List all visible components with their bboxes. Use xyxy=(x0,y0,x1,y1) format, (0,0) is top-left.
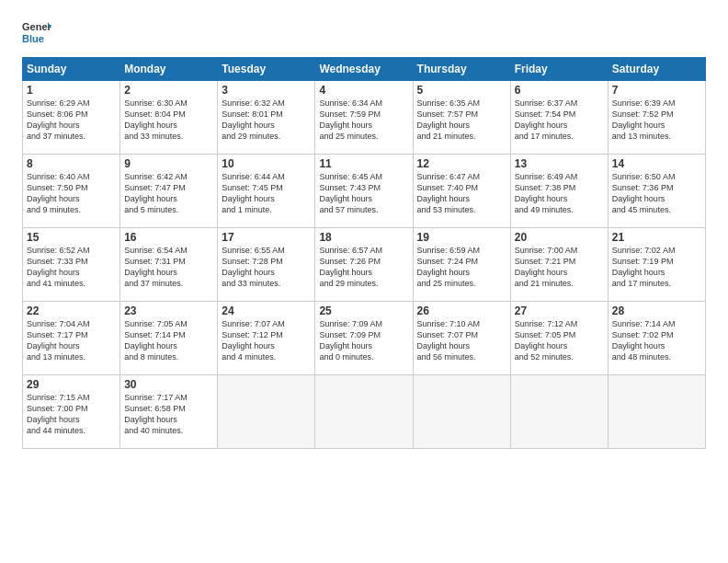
cell-info: Sunrise: 7:15 AMSunset: 7:00 PMDaylight … xyxy=(27,393,90,435)
day-number: 3 xyxy=(222,84,311,97)
cell-info: Sunrise: 6:29 AMSunset: 8:06 PMDaylight … xyxy=(27,98,90,141)
cell-info: Sunrise: 7:04 AMSunset: 7:17 PMDaylight … xyxy=(27,319,90,362)
day-number: 9 xyxy=(124,157,213,170)
day-number: 24 xyxy=(222,304,311,317)
day-number: 18 xyxy=(319,231,408,244)
col-header-sunday: Sunday xyxy=(23,58,120,81)
day-number: 10 xyxy=(222,157,311,170)
day-number: 7 xyxy=(612,84,701,97)
day-number: 20 xyxy=(515,231,604,244)
cell-info: Sunrise: 6:54 AMSunset: 7:31 PMDaylight … xyxy=(124,246,188,288)
day-number: 19 xyxy=(417,231,506,244)
day-number: 17 xyxy=(222,231,311,244)
calendar-cell: 11 Sunrise: 6:45 AMSunset: 7:43 PMDaylig… xyxy=(315,155,413,228)
cell-info: Sunrise: 7:12 AMSunset: 7:05 PMDaylight … xyxy=(515,319,578,362)
cell-info: Sunrise: 6:44 AMSunset: 7:45 PMDaylight … xyxy=(222,172,285,214)
day-number: 1 xyxy=(27,84,116,97)
cell-info: Sunrise: 6:32 AMSunset: 8:01 PMDaylight … xyxy=(222,98,285,141)
calendar-cell xyxy=(218,375,315,449)
cell-info: Sunrise: 6:55 AMSunset: 7:28 PMDaylight … xyxy=(222,246,285,288)
day-number: 13 xyxy=(515,157,604,170)
cell-info: Sunrise: 6:39 AMSunset: 7:52 PMDaylight … xyxy=(612,98,676,141)
cell-info: Sunrise: 7:05 AMSunset: 7:14 PMDaylight … xyxy=(124,319,188,362)
day-number: 25 xyxy=(319,304,408,317)
calendar-cell: 4 Sunrise: 6:34 AMSunset: 7:59 PMDayligh… xyxy=(315,81,413,155)
day-number: 11 xyxy=(319,157,408,170)
calendar-cell: 20 Sunrise: 7:00 AMSunset: 7:21 PMDaylig… xyxy=(510,228,608,302)
cell-info: Sunrise: 7:17 AMSunset: 6:58 PMDaylight … xyxy=(124,393,188,435)
day-number: 23 xyxy=(124,304,213,317)
calendar-cell: 9 Sunrise: 6:42 AMSunset: 7:47 PMDayligh… xyxy=(120,155,218,228)
cell-info: Sunrise: 7:07 AMSunset: 7:12 PMDaylight … xyxy=(222,319,285,362)
cell-info: Sunrise: 7:00 AMSunset: 7:21 PMDaylight … xyxy=(515,246,578,288)
calendar-cell: 7 Sunrise: 6:39 AMSunset: 7:52 PMDayligh… xyxy=(608,81,705,155)
calendar-cell: 13 Sunrise: 6:49 AMSunset: 7:38 PMDaylig… xyxy=(510,155,608,228)
day-number: 16 xyxy=(124,231,213,244)
calendar-cell: 18 Sunrise: 6:57 AMSunset: 7:26 PMDaylig… xyxy=(315,228,413,302)
calendar-cell: 19 Sunrise: 6:59 AMSunset: 7:24 PMDaylig… xyxy=(413,228,510,302)
calendar-cell: 17 Sunrise: 6:55 AMSunset: 7:28 PMDaylig… xyxy=(218,228,315,302)
header-row: SundayMondayTuesdayWednesdayThursdayFrid… xyxy=(23,58,706,81)
calendar-cell: 23 Sunrise: 7:05 AMSunset: 7:14 PMDaylig… xyxy=(120,302,218,375)
cell-info: Sunrise: 6:57 AMSunset: 7:26 PMDaylight … xyxy=(319,246,382,288)
cell-info: Sunrise: 6:59 AMSunset: 7:24 PMDaylight … xyxy=(417,246,481,288)
day-number: 14 xyxy=(612,157,701,170)
day-number: 4 xyxy=(319,84,408,97)
calendar-cell xyxy=(315,375,413,449)
cell-info: Sunrise: 6:49 AMSunset: 7:38 PMDaylight … xyxy=(515,172,578,214)
calendar-cell xyxy=(608,375,705,449)
calendar-cell: 10 Sunrise: 6:44 AMSunset: 7:45 PMDaylig… xyxy=(218,155,315,228)
week-row-4: 22 Sunrise: 7:04 AMSunset: 7:17 PMDaylig… xyxy=(23,302,706,375)
calendar-cell: 3 Sunrise: 6:32 AMSunset: 8:01 PMDayligh… xyxy=(218,81,315,155)
cell-info: Sunrise: 6:35 AMSunset: 7:57 PMDaylight … xyxy=(417,98,481,141)
calendar-cell xyxy=(510,375,608,449)
day-number: 22 xyxy=(27,304,116,317)
calendar-cell: 22 Sunrise: 7:04 AMSunset: 7:17 PMDaylig… xyxy=(23,302,120,375)
day-number: 6 xyxy=(515,84,604,97)
svg-text:General: General xyxy=(22,21,51,32)
logo-svg: General Blue xyxy=(22,18,51,48)
day-number: 29 xyxy=(27,378,116,391)
col-header-wednesday: Wednesday xyxy=(315,58,413,81)
col-header-saturday: Saturday xyxy=(608,58,705,81)
day-number: 8 xyxy=(27,157,116,170)
svg-text:Blue: Blue xyxy=(22,33,44,44)
calendar-cell: 14 Sunrise: 6:50 AMSunset: 7:36 PMDaylig… xyxy=(608,155,705,228)
calendar-cell: 8 Sunrise: 6:40 AMSunset: 7:50 PMDayligh… xyxy=(23,155,120,228)
cell-info: Sunrise: 6:37 AMSunset: 7:54 PMDaylight … xyxy=(515,98,578,141)
cell-info: Sunrise: 6:50 AMSunset: 7:36 PMDaylight … xyxy=(612,172,676,214)
logo: General Blue xyxy=(22,18,51,48)
calendar-cell: 26 Sunrise: 7:10 AMSunset: 7:07 PMDaylig… xyxy=(413,302,510,375)
calendar-cell: 29 Sunrise: 7:15 AMSunset: 7:00 PMDaylig… xyxy=(23,375,120,449)
calendar-cell: 24 Sunrise: 7:07 AMSunset: 7:12 PMDaylig… xyxy=(218,302,315,375)
calendar-cell: 6 Sunrise: 6:37 AMSunset: 7:54 PMDayligh… xyxy=(510,81,608,155)
day-number: 12 xyxy=(417,157,506,170)
calendar-cell: 28 Sunrise: 7:14 AMSunset: 7:02 PMDaylig… xyxy=(608,302,705,375)
cell-info: Sunrise: 7:02 AMSunset: 7:19 PMDaylight … xyxy=(612,246,676,288)
calendar-cell xyxy=(413,375,510,449)
calendar-cell: 21 Sunrise: 7:02 AMSunset: 7:19 PMDaylig… xyxy=(608,228,705,302)
calendar-cell: 25 Sunrise: 7:09 AMSunset: 7:09 PMDaylig… xyxy=(315,302,413,375)
calendar-cell: 30 Sunrise: 7:17 AMSunset: 6:58 PMDaylig… xyxy=(120,375,218,449)
cell-info: Sunrise: 6:30 AMSunset: 8:04 PMDaylight … xyxy=(124,98,188,141)
cell-info: Sunrise: 6:45 AMSunset: 7:43 PMDaylight … xyxy=(319,172,382,214)
day-number: 30 xyxy=(124,378,213,391)
cell-info: Sunrise: 6:40 AMSunset: 7:50 PMDaylight … xyxy=(27,172,90,214)
week-row-3: 15 Sunrise: 6:52 AMSunset: 7:33 PMDaylig… xyxy=(23,228,706,302)
day-number: 2 xyxy=(124,84,213,97)
calendar-cell: 2 Sunrise: 6:30 AMSunset: 8:04 PMDayligh… xyxy=(120,81,218,155)
day-number: 21 xyxy=(612,231,701,244)
col-header-thursday: Thursday xyxy=(413,58,510,81)
calendar-cell: 12 Sunrise: 6:47 AMSunset: 7:40 PMDaylig… xyxy=(413,155,510,228)
week-row-1: 1 Sunrise: 6:29 AMSunset: 8:06 PMDayligh… xyxy=(23,81,706,155)
col-header-tuesday: Tuesday xyxy=(218,58,315,81)
page: General Blue SundayMondayTuesdayWednesda… xyxy=(0,0,728,563)
calendar-cell: 27 Sunrise: 7:12 AMSunset: 7:05 PMDaylig… xyxy=(510,302,608,375)
day-number: 5 xyxy=(417,84,506,97)
day-number: 27 xyxy=(515,304,604,317)
cell-info: Sunrise: 6:42 AMSunset: 7:47 PMDaylight … xyxy=(124,172,188,214)
day-number: 15 xyxy=(27,231,116,244)
cell-info: Sunrise: 7:09 AMSunset: 7:09 PMDaylight … xyxy=(319,319,382,362)
calendar-cell: 16 Sunrise: 6:54 AMSunset: 7:31 PMDaylig… xyxy=(120,228,218,302)
day-number: 28 xyxy=(612,304,701,317)
